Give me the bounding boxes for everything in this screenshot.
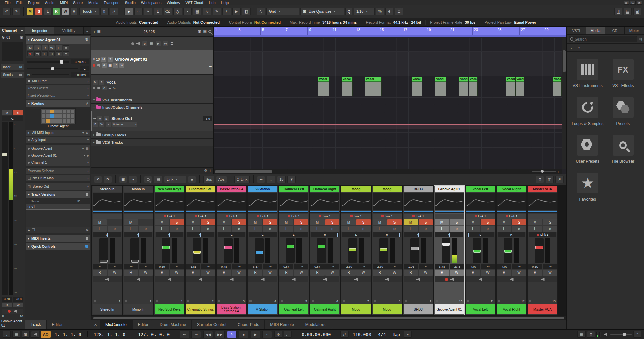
track-lanes[interactable]: Vocal Vocal Vocal Vocal (214, 38, 562, 169)
link-dropdown[interactable]: Link (164, 176, 186, 183)
routing-section-header[interactable]: ▾Routing (26, 100, 90, 107)
record-arm-icon[interactable] (27, 51, 33, 56)
freeze-icon[interactable]: ✱ (63, 51, 69, 56)
curve-icon[interactable] (113, 86, 116, 90)
lane-folder[interactable] (214, 98, 562, 105)
write-button[interactable]: W (325, 270, 339, 276)
channel-full-name-label[interactable]: Stereo In (93, 304, 122, 314)
mixer-channel-strip[interactable]: Oatmeal Right Link 1 M S L e (310, 186, 340, 315)
keyboard-icon[interactable] (12, 331, 20, 338)
lower-zone-tab[interactable]: Chord Pads (232, 320, 265, 329)
solo-button[interactable]: S (419, 219, 433, 225)
listen-button[interactable]: L (466, 226, 480, 232)
channel-fader[interactable] (186, 238, 215, 263)
program-selector-row[interactable]: Program Selector▾ (26, 168, 90, 174)
write-button[interactable]: W (294, 270, 308, 276)
fader-handle[interactable] (256, 251, 263, 254)
channel-eq-curve[interactable] (341, 193, 371, 210)
channel-eq-curve[interactable] (466, 193, 495, 210)
write-button[interactable]: W (163, 41, 168, 46)
track-row-partial[interactable]: e R W (91, 37, 213, 50)
play-tool[interactable]: ▶ (232, 8, 241, 15)
mute-button[interactable]: M (97, 116, 102, 121)
channel-fader[interactable] (528, 238, 557, 263)
menu-item[interactable]: Transport (101, 0, 122, 5)
autoscroll-icon[interactable] (100, 8, 109, 15)
listen-button[interactable]: L (373, 226, 387, 232)
write-button[interactable]: W (356, 270, 371, 276)
mixconsole-scrollbar[interactable] (91, 316, 566, 320)
edit-icon[interactable] (87, 154, 89, 157)
status-item[interactable]: Project Frame Rate 30 fps (425, 20, 480, 25)
folder-group-tracks[interactable]: ▸ Group Tracks (91, 131, 213, 139)
record-button[interactable]: ○ (262, 331, 272, 338)
folder-io-channels[interactable]: ▾ Input/Output Channels (91, 104, 213, 111)
menu-lines-icon[interactable] (170, 41, 173, 46)
media-tile-vst-effects[interactable]: FX VST Effects (605, 59, 641, 88)
external-icon[interactable] (555, 176, 564, 183)
channel-eq-curve[interactable] (528, 193, 557, 210)
solo-button[interactable]: S (356, 219, 371, 225)
tab-editor-left[interactable]: Editor (47, 320, 68, 329)
redo-icon[interactable] (104, 176, 112, 183)
folder-vca-tracks[interactable]: ▸ VCA Tracks (91, 139, 213, 146)
write-button[interactable]: W (49, 45, 55, 50)
solo-button[interactable]: S (543, 219, 557, 225)
global-state-button[interactable]: S (35, 8, 42, 15)
solo-button[interactable]: S (34, 45, 41, 50)
mute-button[interactable]: M (27, 45, 33, 50)
channel-eq-curve[interactable] (124, 193, 153, 210)
fader-handle[interactable] (162, 246, 170, 249)
camera-icon[interactable] (633, 8, 641, 15)
solo-button[interactable]: S (512, 219, 526, 225)
menu-item[interactable]: Hub (206, 0, 218, 5)
grid-pad-icon[interactable] (150, 41, 153, 46)
nav-lr-icon[interactable] (267, 176, 275, 183)
quick-controls-header[interactable]: ▸Quick Controls (26, 243, 90, 250)
list-icon[interactable] (203, 29, 207, 34)
status-item[interactable]: Record Format 44.1 kHz - 24 bit (361, 20, 425, 25)
channel-fader[interactable] (155, 238, 184, 263)
fader-handle[interactable] (380, 248, 387, 251)
color-tool[interactable]: ◧ (242, 8, 251, 15)
tab-inspector[interactable]: Inspector (25, 27, 54, 34)
right-zone-tab[interactable]: VSTi (567, 27, 586, 34)
fader-handle[interactable] (318, 245, 325, 248)
channel-full-name-label[interactable]: Master VCA (528, 304, 557, 314)
grid-pad-icon[interactable] (63, 45, 69, 50)
chevron-down-icon[interactable] (129, 176, 137, 183)
read-button[interactable]: R (113, 63, 118, 68)
hamburger-icon[interactable] (84, 27, 91, 34)
midi-part-row[interactable]: MIDI Part▾ (26, 78, 90, 84)
audio-clip[interactable]: Vocal (506, 77, 515, 96)
plus-icon[interactable] (93, 30, 95, 34)
mute-button[interactable]: M (2, 110, 12, 115)
read-button[interactable]: R (93, 270, 107, 276)
solo-button[interactable]: S (481, 219, 495, 225)
record-icon[interactable] (131, 42, 134, 45)
record-icon[interactable] (93, 64, 95, 67)
write-button[interactable]: W (119, 63, 124, 68)
edit-channel-button[interactable]: e (108, 226, 122, 232)
listen-button[interactable]: L (248, 226, 262, 232)
speaker-icon[interactable] (292, 278, 296, 281)
solo-button[interactable]: S (325, 219, 339, 225)
gear-icon[interactable] (536, 176, 544, 183)
channel-eq-curve[interactable] (155, 193, 184, 210)
global-state-button[interactable]: A (71, 8, 77, 15)
solo-button[interactable]: S (13, 110, 23, 115)
channel-rack-row[interactable]: Gr.01 (0, 34, 25, 41)
arrange-area[interactable]: 1 3 5 7 9 11 13 15 17 19 (214, 27, 566, 174)
inspector-track-title[interactable]: ▾Groove Agent 01 (26, 36, 90, 44)
mute-tool[interactable]: × (183, 8, 192, 15)
lower-zone-tab[interactable]: Modulators (300, 320, 331, 329)
fader-handle[interactable] (442, 243, 450, 246)
speaker-icon[interactable] (168, 278, 171, 281)
mute-button[interactable]: M (435, 219, 449, 225)
channel-fader[interactable] (497, 238, 526, 263)
listen-button[interactable]: L (497, 226, 511, 232)
menu-item[interactable]: Workspaces (138, 0, 164, 5)
channel-eq-curve[interactable] (217, 193, 246, 210)
channel-full-name-label[interactable]: Neo Soul Keys (155, 304, 184, 314)
redo-icon[interactable] (12, 8, 20, 15)
